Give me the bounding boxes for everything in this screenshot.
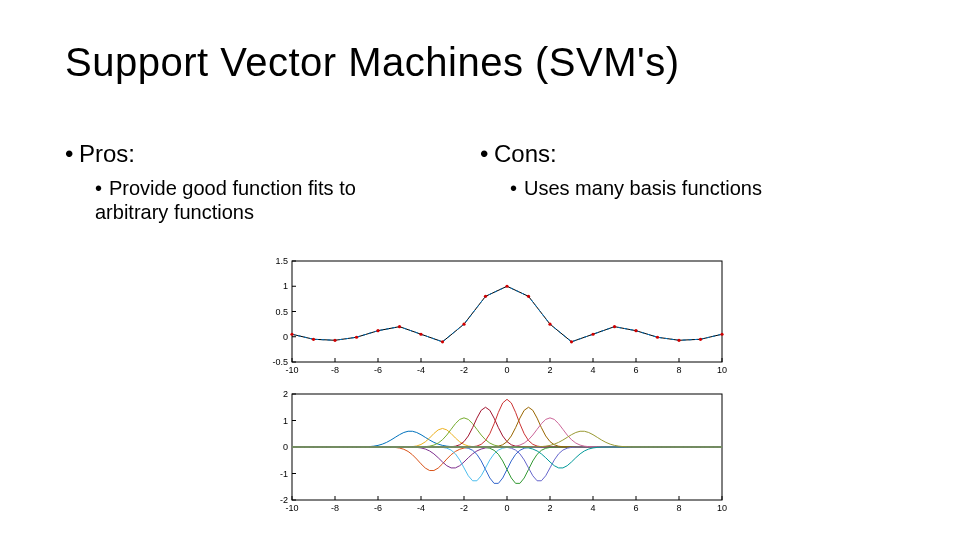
svg-text:1: 1 bbox=[283, 416, 288, 426]
svg-text:10: 10 bbox=[717, 365, 727, 375]
svg-point-50 bbox=[656, 336, 659, 339]
cons-heading: •Cons: bbox=[480, 140, 895, 168]
svg-point-52 bbox=[699, 338, 702, 341]
svg-point-40 bbox=[441, 340, 444, 343]
svg-text:-8: -8 bbox=[331, 503, 339, 513]
content-columns: •Pros: •Provide good function fits to ar… bbox=[65, 140, 895, 224]
svg-text:1.5: 1.5 bbox=[275, 256, 288, 266]
pros-heading: •Pros: bbox=[65, 140, 480, 168]
svg-text:0: 0 bbox=[283, 332, 288, 342]
svg-text:0: 0 bbox=[504, 365, 509, 375]
pros-item-text: Provide good function fits to arbitrary … bbox=[95, 177, 356, 223]
pros-heading-text: Pros: bbox=[79, 140, 135, 167]
svg-point-43 bbox=[505, 285, 508, 288]
svg-text:-2: -2 bbox=[460, 365, 468, 375]
cons-heading-text: Cons: bbox=[494, 140, 557, 167]
svg-text:1: 1 bbox=[283, 281, 288, 291]
svg-text:4: 4 bbox=[590, 365, 595, 375]
svg-point-46 bbox=[570, 340, 573, 343]
svg-point-35 bbox=[333, 339, 336, 342]
pros-item: •Provide good function fits to arbitrary… bbox=[95, 176, 425, 224]
svg-text:-1: -1 bbox=[280, 469, 288, 479]
basis-functions-chart: -10-8-6-4-20246810-2-1012 bbox=[260, 388, 730, 518]
cons-column: •Cons: •Uses many basis functions bbox=[480, 140, 895, 224]
svg-point-48 bbox=[613, 325, 616, 328]
svg-text:0: 0 bbox=[504, 503, 509, 513]
svg-text:2: 2 bbox=[547, 365, 552, 375]
svg-text:8: 8 bbox=[676, 365, 681, 375]
svg-point-38 bbox=[398, 325, 401, 328]
svg-text:-4: -4 bbox=[417, 503, 425, 513]
function-fit-chart: -10-8-6-4-20246810-0.500.511.5 bbox=[260, 255, 730, 380]
svg-point-34 bbox=[312, 338, 315, 341]
svg-point-42 bbox=[484, 295, 487, 298]
cons-item: •Uses many basis functions bbox=[510, 176, 840, 200]
svg-text:-6: -6 bbox=[374, 365, 382, 375]
svg-text:-4: -4 bbox=[417, 365, 425, 375]
svg-point-49 bbox=[634, 329, 637, 332]
svg-text:2: 2 bbox=[547, 503, 552, 513]
svg-text:-8: -8 bbox=[331, 365, 339, 375]
svg-text:2: 2 bbox=[283, 389, 288, 399]
svg-text:-2: -2 bbox=[460, 503, 468, 513]
svg-point-51 bbox=[677, 339, 680, 342]
svg-text:4: 4 bbox=[590, 503, 595, 513]
svg-point-53 bbox=[720, 333, 723, 336]
svg-point-45 bbox=[548, 323, 551, 326]
svg-point-36 bbox=[355, 336, 358, 339]
svg-text:8: 8 bbox=[676, 503, 681, 513]
svg-text:6: 6 bbox=[633, 365, 638, 375]
svg-text:-0.5: -0.5 bbox=[272, 357, 288, 367]
pros-column: •Pros: •Provide good function fits to ar… bbox=[65, 140, 480, 224]
svg-text:-2: -2 bbox=[280, 495, 288, 505]
svg-text:-6: -6 bbox=[374, 503, 382, 513]
svg-point-39 bbox=[419, 333, 422, 336]
chart-container: -10-8-6-4-20246810-0.500.511.5 -10-8-6-4… bbox=[260, 255, 730, 526]
svg-point-37 bbox=[376, 329, 379, 332]
svg-text:6: 6 bbox=[633, 503, 638, 513]
svg-text:0.5: 0.5 bbox=[275, 307, 288, 317]
svg-point-47 bbox=[591, 333, 594, 336]
svg-point-41 bbox=[462, 323, 465, 326]
svg-point-33 bbox=[290, 333, 293, 336]
svg-rect-0 bbox=[292, 261, 722, 362]
cons-item-text: Uses many basis functions bbox=[524, 177, 762, 199]
slide-title: Support Vector Machines (SVM's) bbox=[65, 40, 679, 85]
svg-text:10: 10 bbox=[717, 503, 727, 513]
svg-text:0: 0 bbox=[283, 442, 288, 452]
svg-point-44 bbox=[527, 295, 530, 298]
